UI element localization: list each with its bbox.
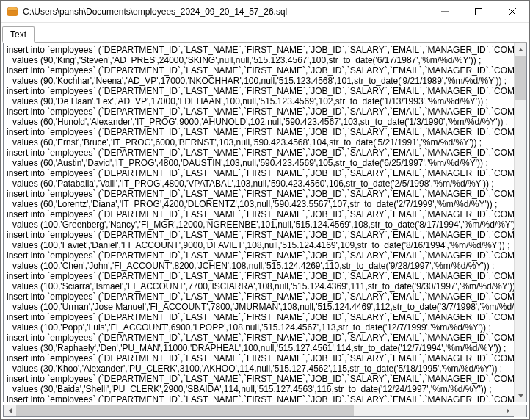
window-title: C:\Users\pansh\Documents\employees_2024_… (23, 7, 428, 17)
text-line: insert into `employees` (`DEPARTMENT_ID`… (7, 374, 512, 384)
tab-text[interactable]: Text (2, 26, 35, 43)
vertical-scroll-thumb[interactable] (515, 56, 526, 100)
text-line: insert into `employees` (`DEPARTMENT_ID`… (7, 394, 512, 402)
text-line: insert into `employees` (`DEPARTMENT_ID`… (7, 127, 512, 137)
scroll-right-button[interactable] (501, 405, 514, 416)
text-line: insert into `employees` (`DEPARTMENT_ID`… (7, 45, 512, 55)
text-line: values (30,'Baida','Shelli','PU_CLERK',2… (7, 384, 512, 394)
horizontal-scroll-track[interactable] (16, 405, 501, 416)
window: C:\Users\pansh\Documents\employees_2024_… (0, 0, 530, 420)
text-line: values (90,'Kochhar','Neena','AD_VP',170… (7, 76, 512, 86)
window-controls (428, 1, 529, 22)
scroll-corner (514, 405, 526, 417)
text-pane: insert into `employees` (`DEPARTMENT_ID`… (3, 43, 527, 402)
text-line: values (60,'Hunold','Alexander','IT_PROG… (7, 117, 512, 127)
scroll-left-button[interactable] (4, 405, 16, 416)
horizontal-scrollbar[interactable] (3, 405, 527, 417)
text-line: values (90,'De Haan','Lex','AD_VP',17000… (7, 96, 512, 106)
text-line: insert into `employees` (`DEPARTMENT_ID`… (7, 230, 512, 240)
svg-rect-3 (476, 8, 482, 15)
horizontal-scroll-thumb[interactable] (16, 405, 354, 416)
text-line: insert into `employees` (`DEPARTMENT_ID`… (7, 250, 512, 261)
text-line: insert into `employees` (`DEPARTMENT_ID`… (7, 271, 512, 281)
text-line: values (100,'Sciarra','Ismael','FI_ACCOU… (7, 281, 512, 292)
tab-bar: Text (1, 23, 529, 42)
maximize-button[interactable] (462, 1, 495, 22)
text-line: values (100,'Chen','John','FI_ACCOUNT',8… (7, 261, 512, 271)
text-line: values (60,'Pataballa','Valli','IT_PROG'… (7, 178, 512, 189)
text-line: insert into `employees` (`DEPARTMENT_ID`… (7, 292, 512, 302)
text-line: values (60,'Lorentz','Diana','IT_PROG',4… (7, 199, 512, 209)
text-line: insert into `employees` (`DEPARTMENT_ID`… (7, 86, 512, 96)
text-line: values (100,'Popp','Luis','FI_ACCOUNT',6… (7, 322, 512, 333)
text-line: values (60,'Ernst','Bruce','IT_PROG',600… (7, 137, 512, 148)
text-line: insert into `employees` (`DEPARTMENT_ID`… (7, 106, 512, 117)
close-button[interactable] (495, 1, 529, 22)
text-line: insert into `employees` (`DEPARTMENT_ID`… (7, 333, 512, 343)
vertical-scrollbar[interactable] (514, 43, 526, 402)
text-line: insert into `employees` (`DEPARTMENT_ID`… (7, 353, 512, 363)
text-line: values (100,'Urman','Jose Manuel','FI_AC… (7, 302, 512, 312)
text-line: values (30,'Khoo','Alexander','PU_CLERK'… (7, 363, 512, 374)
text-content[interactable]: insert into `employees` (`DEPARTMENT_ID`… (4, 43, 514, 402)
text-line: insert into `employees` (`DEPARTMENT_ID`… (7, 312, 512, 322)
app-icon (7, 6, 18, 18)
content-area: insert into `employees` (`DEPARTMENT_ID`… (3, 42, 527, 402)
scroll-down-button[interactable] (515, 389, 526, 402)
minimize-button[interactable] (428, 1, 462, 22)
text-line: insert into `employees` (`DEPARTMENT_ID`… (7, 148, 512, 158)
text-line: insert into `employees` (`DEPARTMENT_ID`… (7, 65, 512, 76)
text-line: values (90,'King','Steven','AD_PRES',240… (7, 55, 512, 65)
text-line: insert into `employees` (`DEPARTMENT_ID`… (7, 168, 512, 178)
scroll-up-button[interactable] (515, 43, 526, 56)
text-line: values (60,'Austin','David','IT_PROG',48… (7, 158, 512, 168)
text-line: values (100,'Faviet','Daniel','FI_ACCOUN… (7, 240, 512, 250)
text-line: insert into `employees` (`DEPARTMENT_ID`… (7, 209, 512, 220)
vertical-scroll-track[interactable] (515, 56, 526, 389)
text-line: values (30,'Raphaely','Den','PU_MAN',110… (7, 343, 512, 353)
text-line: values (100,'Greenberg','Nancy','FI_MGR'… (7, 220, 512, 230)
titlebar[interactable]: C:\Users\pansh\Documents\employees_2024_… (1, 1, 529, 23)
text-line: insert into `employees` (`DEPARTMENT_ID`… (7, 189, 512, 199)
